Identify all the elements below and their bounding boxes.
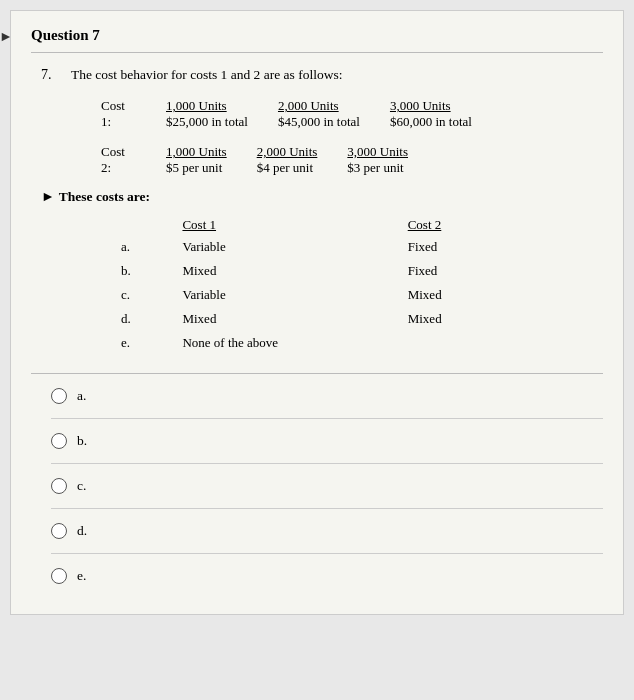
- answer-cost2-cell: Mixed: [408, 307, 633, 331]
- cost2-value3: $3 per unit: [347, 160, 403, 175]
- answer-letter-cell: d.: [121, 307, 182, 331]
- cost2-value1: $5 per unit: [166, 160, 222, 175]
- cost1-value1: $25,000 in total: [166, 114, 248, 129]
- cost2-value2: $4 per unit: [257, 160, 313, 175]
- radio-item-c[interactable]: c.: [51, 478, 603, 509]
- answer-letter-cell: c.: [121, 283, 182, 307]
- question-body: 7. The cost behavior for costs 1 and 2 a…: [31, 67, 603, 355]
- radio-item-d[interactable]: d.: [51, 523, 603, 554]
- cost2-units1-header: 1,000 Units: [166, 144, 227, 160]
- answer-letter-cell: e.: [121, 331, 182, 355]
- answer-letter-cell: b.: [121, 259, 182, 283]
- answer-cost1-cell: None of the above: [182, 331, 407, 355]
- cost2-label: Cost 2:: [101, 143, 166, 177]
- radio-label-d: d.: [77, 523, 87, 539]
- question-container: ► Question 7 7. The cost behavior for co…: [10, 10, 624, 615]
- answer-section: Cost 1 Cost 2 a.VariableFixedb.MixedFixe…: [91, 215, 603, 355]
- answer-table-body: a.VariableFixedb.MixedFixedc.VariableMix…: [121, 235, 633, 355]
- answer-cost1-cell: Mixed: [182, 259, 407, 283]
- col-cost2-header: Cost 2: [408, 215, 633, 235]
- answer-row: e.None of the above: [121, 331, 633, 355]
- radio-item-b[interactable]: b.: [51, 433, 603, 464]
- cost1-col2: 2,000 Units $45,000 in total: [278, 97, 390, 131]
- answer-row: b.MixedFixed: [121, 259, 633, 283]
- radio-item-a[interactable]: a.: [51, 388, 603, 419]
- cost2-table: Cost 2: 1,000 Units $5 per unit 2,000 Un…: [101, 143, 438, 177]
- radio-circle-b[interactable]: [51, 433, 67, 449]
- cost1-value3: $60,000 in total: [390, 114, 472, 129]
- radio-circle-c[interactable]: [51, 478, 67, 494]
- answer-cost2-cell: Fixed: [408, 259, 633, 283]
- radio-circle-a[interactable]: [51, 388, 67, 404]
- radio-item-e[interactable]: e.: [51, 568, 603, 584]
- col-cost1-header: Cost 1: [182, 215, 407, 235]
- cost1-section: Cost 1: 1,000 Units $25,000 in total 2,0…: [101, 97, 603, 131]
- cost2-units3-header: 3,000 Units: [347, 144, 408, 160]
- cost1-col3: 3,000 Units $60,000 in total: [390, 97, 502, 131]
- col-letter-header: [121, 215, 182, 235]
- cost2-col3: 3,000 Units $3 per unit: [347, 143, 438, 177]
- radio-circle-d[interactable]: [51, 523, 67, 539]
- cost2-col1: 1,000 Units $5 per unit: [166, 143, 257, 177]
- section-divider: [31, 373, 603, 374]
- answer-table: Cost 1 Cost 2 a.VariableFixedb.MixedFixe…: [121, 215, 633, 355]
- radio-circle-e[interactable]: [51, 568, 67, 584]
- cost2-section: Cost 2: 1,000 Units $5 per unit 2,000 Un…: [101, 143, 603, 177]
- cost1-value2: $45,000 in total: [278, 114, 360, 129]
- answer-cost1-cell: Variable: [182, 235, 407, 259]
- radio-label-b: b.: [77, 433, 87, 449]
- radio-label-c: c.: [77, 478, 86, 494]
- these-costs-label: ► These costs are:: [41, 189, 603, 205]
- these-costs-text: These costs are:: [59, 189, 150, 205]
- arrow-indicator: ►: [0, 29, 13, 45]
- answer-cost2-cell: Fixed: [408, 235, 633, 259]
- cost2-units2-header: 2,000 Units: [257, 144, 318, 160]
- answer-cost1-cell: Variable: [182, 283, 407, 307]
- answer-cost1-cell: Mixed: [182, 307, 407, 331]
- answer-letter-cell: a.: [121, 235, 182, 259]
- cost1-table: Cost 1: 1,000 Units $25,000 in total 2,0…: [101, 97, 502, 131]
- question-intro: The cost behavior for costs 1 and 2 are …: [71, 67, 342, 83]
- question-number-row: 7. The cost behavior for costs 1 and 2 a…: [41, 67, 603, 83]
- answer-cost2-cell: [408, 331, 633, 355]
- cost1-label: Cost 1:: [101, 97, 166, 131]
- cost1-units2-header: 2,000 Units: [278, 98, 360, 114]
- cost1-units1-header: 1,000 Units: [166, 98, 248, 114]
- answer-cost2-cell: Mixed: [408, 283, 633, 307]
- answer-row: d.MixedMixed: [121, 307, 633, 331]
- radio-options-section: a.b.c.d.e.: [31, 388, 603, 584]
- answer-row: c.VariableMixed: [121, 283, 633, 307]
- radio-label-e: e.: [77, 568, 86, 584]
- these-costs-arrow: ►: [41, 189, 55, 205]
- cost2-col2: 2,000 Units $4 per unit: [257, 143, 348, 177]
- question-num-label: 7.: [41, 67, 61, 83]
- page-title: Question 7: [31, 27, 603, 53]
- radio-label-a: a.: [77, 388, 86, 404]
- cost1-col1: 1,000 Units $25,000 in total: [166, 97, 278, 131]
- cost1-units3-header: 3,000 Units: [390, 98, 472, 114]
- answer-row: a.VariableFixed: [121, 235, 633, 259]
